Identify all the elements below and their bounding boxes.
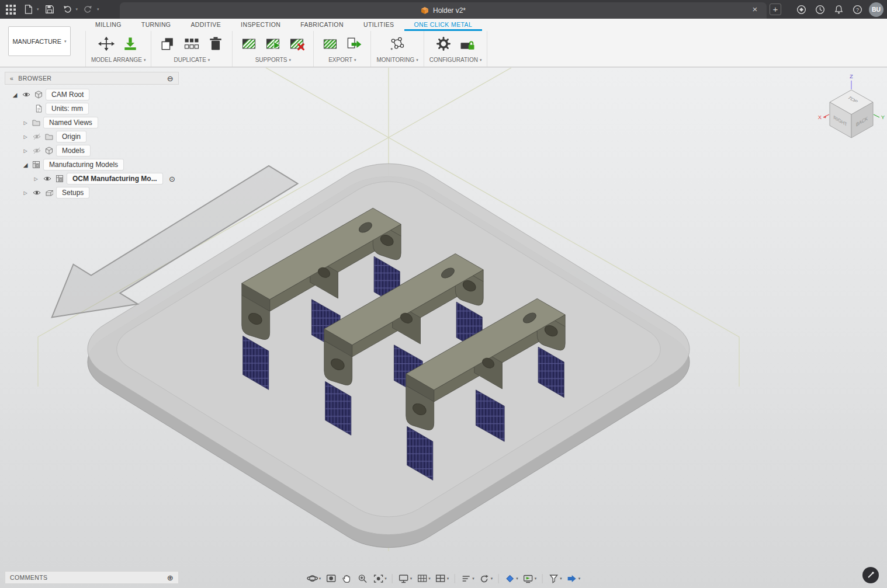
extensions-icon[interactable] xyxy=(794,2,808,16)
group-label-model-arrange[interactable]: MODEL ARRANGE▾ xyxy=(91,57,145,63)
file-menu-caret[interactable]: ▾ xyxy=(37,7,39,12)
display-settings-button[interactable]: ▾ xyxy=(396,572,414,585)
material-view-button[interactable]: ▾ xyxy=(502,572,520,585)
redo-icon[interactable] xyxy=(81,2,95,16)
tree-label[interactable]: Setups xyxy=(57,187,89,198)
tree-item-setups[interactable]: ▷ Setups xyxy=(22,186,179,200)
visibility-eye-icon[interactable] xyxy=(43,175,52,182)
tab-utilities[interactable]: UTILITIES xyxy=(354,19,404,31)
save-icon[interactable] xyxy=(43,2,57,16)
tree-label[interactable]: Models xyxy=(57,145,90,156)
model-arrange-button[interactable] xyxy=(95,33,117,55)
close-tab-icon[interactable]: × xyxy=(749,4,761,14)
workspace-selector[interactable]: MANUFACTURE ▾ xyxy=(8,26,71,56)
export-file-button[interactable] xyxy=(343,33,365,55)
collapsed-arrow-icon[interactable]: ▷ xyxy=(22,120,29,126)
new-tab-button[interactable]: + xyxy=(770,4,781,15)
help-icon[interactable]: ? xyxy=(850,2,864,16)
filter-button[interactable]: ▾ xyxy=(546,572,564,585)
app-grid-icon[interactable] xyxy=(4,2,18,16)
grid-and-snaps-button[interactable]: ▾ xyxy=(414,572,432,585)
tree-item-origin[interactable]: ▷ Origin xyxy=(22,130,179,144)
undo-icon[interactable] xyxy=(60,2,74,16)
delete-supports-button[interactable] xyxy=(286,33,308,55)
group-label-duplicate[interactable]: DUPLICATE▾ xyxy=(174,57,210,63)
monitoring-button[interactable] xyxy=(386,33,408,55)
tab-additive[interactable]: ADDITIVE xyxy=(181,19,231,31)
tree-label[interactable]: Named Views xyxy=(44,117,98,128)
tree-label[interactable]: Units: mm xyxy=(46,103,88,114)
view-cube[interactable]: TOP RIGHT BACK Z X Y xyxy=(816,72,887,147)
pan-button[interactable] xyxy=(339,572,354,585)
pattern-button[interactable] xyxy=(181,33,203,55)
tree-item-models[interactable]: ▷ Models xyxy=(22,144,179,158)
job-status-icon[interactable] xyxy=(813,2,827,16)
undo-caret[interactable]: ▾ xyxy=(76,7,78,12)
browser-header[interactable]: « BROWSER ⊖ xyxy=(5,72,179,85)
collapsed-arrow-icon[interactable]: ▷ xyxy=(22,134,29,140)
tree-label[interactable]: OCM Manufacturing Mo... xyxy=(67,173,162,184)
navbar-separator xyxy=(392,574,393,583)
collapsed-arrow-icon[interactable]: ▷ xyxy=(22,190,29,196)
refresh-button[interactable]: ▾ xyxy=(477,572,495,585)
active-model-target-icon[interactable]: ⊙ xyxy=(169,175,175,183)
minimize-browser-icon[interactable]: ⊖ xyxy=(167,74,174,83)
tab-inspection[interactable]: INSPECTION xyxy=(231,19,290,31)
machine-settings-button[interactable] xyxy=(432,33,455,55)
tree-item-manufacturing-models[interactable]: ◢ Manufacturing Models xyxy=(22,158,179,172)
tree-label[interactable]: Manufacturing Models xyxy=(44,159,123,170)
generate-supports-button[interactable] xyxy=(238,33,260,55)
tree-label[interactable]: Origin xyxy=(57,131,86,142)
tree-item-units[interactable]: Units: mm xyxy=(35,102,179,116)
screen-preview-button[interactable]: ▾ xyxy=(521,572,539,585)
tree-item-cam-root[interactable]: ◢ CAM Root xyxy=(12,88,179,102)
tree-item-ocm-manufacturing-model[interactable]: ▷ OCM Manufacturing Mo... ⊙ xyxy=(33,172,175,186)
tab-milling[interactable]: MILLING xyxy=(85,19,131,31)
comments-bar[interactable]: COMMENTS ⊕ xyxy=(5,571,179,584)
document-tab[interactable]: Holder v2* × xyxy=(120,2,767,19)
expanded-arrow-icon[interactable]: ◢ xyxy=(22,162,29,168)
group-model-arrange: MODEL ARRANGE▾ xyxy=(85,31,151,67)
tab-turning[interactable]: TURNING xyxy=(131,19,181,31)
viewports-button[interactable]: ▾ xyxy=(433,572,451,585)
visibility-eye-icon[interactable] xyxy=(22,91,31,98)
drop-to-platform-button[interactable] xyxy=(119,33,141,55)
tab-fabrication[interactable]: FABRICATION xyxy=(290,19,354,31)
assistant-button[interactable] xyxy=(862,567,879,583)
visibility-off-eye-icon[interactable] xyxy=(32,147,41,154)
export-build-button[interactable] xyxy=(319,33,341,55)
redo-caret[interactable]: ▾ xyxy=(97,7,99,12)
fit-button[interactable]: ▾ xyxy=(370,572,389,585)
tree-item-named-views[interactable]: ▷ Named Views xyxy=(22,116,179,130)
collapsed-arrow-icon[interactable]: ▷ xyxy=(33,176,39,182)
zoom-button[interactable] xyxy=(355,572,370,585)
expanded-arrow-icon[interactable]: ◢ xyxy=(12,92,18,98)
configuration-lock-button[interactable] xyxy=(456,33,479,55)
delete-button[interactable] xyxy=(205,33,227,55)
browser-tree: ◢ CAM Root Units: mm ▷ Named Views ▷ Ori… xyxy=(5,85,179,200)
layers-button[interactable]: ▾ xyxy=(458,572,476,585)
group-label-export[interactable]: EXPORT▾ xyxy=(328,57,356,63)
orbit-button[interactable]: ▾ xyxy=(305,572,323,585)
collapse-panel-icon[interactable]: « xyxy=(10,75,13,82)
svg-text:?: ? xyxy=(855,6,858,12)
avatar[interactable]: BU xyxy=(869,2,883,17)
look-at-button[interactable] xyxy=(323,572,338,585)
group-label-configuration[interactable]: CONFIGURATION▾ xyxy=(429,57,482,63)
manufacturing-model-icon xyxy=(56,175,64,183)
add-comment-icon[interactable]: ⊕ xyxy=(167,573,174,582)
notifications-icon[interactable] xyxy=(831,2,846,16)
file-menu-icon[interactable] xyxy=(21,2,35,16)
group-label-monitoring[interactable]: MONITORING▾ xyxy=(376,57,418,63)
step-button[interactable]: ▾ xyxy=(564,572,583,585)
visibility-off-eye-icon[interactable] xyxy=(32,133,41,140)
tree-label[interactable]: CAM Root xyxy=(46,89,89,100)
folder-icon xyxy=(32,119,40,126)
group-label-supports[interactable]: SUPPORTS▾ xyxy=(255,57,291,63)
tab-one-click-metal[interactable]: ONE CLICK METAL xyxy=(404,19,483,31)
visibility-eye-icon[interactable] xyxy=(32,189,41,196)
collapsed-arrow-icon[interactable]: ▷ xyxy=(22,148,29,154)
copy-button[interactable] xyxy=(157,33,179,55)
edit-supports-button[interactable] xyxy=(262,33,284,55)
viewport-3d[interactable]: TOP RIGHT BACK Z X Y « BROWSER ⊖ ◢ CAM R… xyxy=(0,68,887,588)
